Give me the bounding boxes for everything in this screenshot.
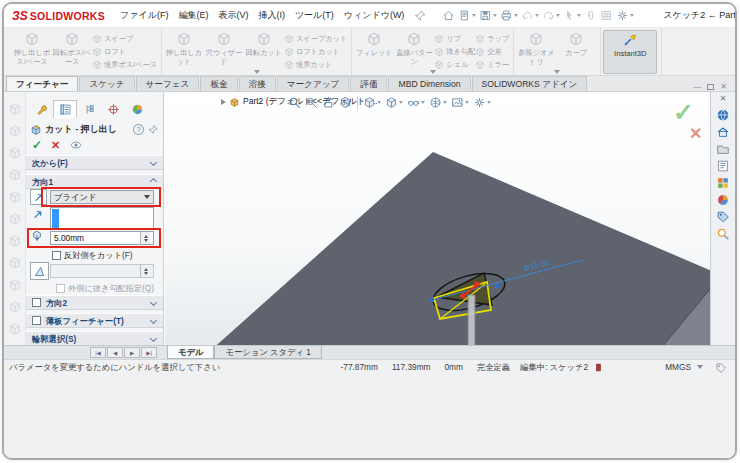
view-settings-icon[interactable] xyxy=(472,95,492,110)
tab-スケッチ[interactable]: スケッチ xyxy=(79,76,134,91)
ribbon-button-リブ[interactable]: リブ xyxy=(434,32,475,45)
help-icon[interactable]: ? xyxy=(133,124,144,135)
ribbon-button-スイープカット[interactable]: スイープカット xyxy=(284,32,347,45)
cancel-button[interactable]: ✕ xyxy=(51,139,60,152)
toolbar-icon[interactable] xyxy=(8,102,22,116)
ribbon-button-ロフトカット[interactable]: ロフトカット xyxy=(284,45,347,58)
tab-dimxpert-manager[interactable] xyxy=(101,100,125,118)
zoom-to-area-icon[interactable] xyxy=(304,95,319,110)
doc-minimize-icon[interactable]: — xyxy=(693,82,701,91)
depth-field[interactable]: 5.00mm xyxy=(50,231,154,245)
ribbon-button-押し出しカット[interactable]: 押し出しカット xyxy=(164,30,204,74)
menu-ウィンドウ(W)[interactable]: ウィンドウ(W) xyxy=(339,7,410,24)
tab-SOLIDWORKS アドイン[interactable]: SOLIDWORKS アドイン xyxy=(472,76,588,91)
options-grid-button[interactable] xyxy=(599,8,614,23)
ribbon-button-ラップ[interactable]: ラップ xyxy=(475,32,509,45)
section-view-icon[interactable] xyxy=(338,95,353,110)
doc-restore-icon[interactable] xyxy=(707,84,714,90)
menu-挿入(I)[interactable]: 挿入(I) xyxy=(253,7,290,24)
tab-display-manager[interactable] xyxy=(125,100,149,118)
chevron-down-icon[interactable] xyxy=(254,70,260,74)
ribbon-button-参照ジオメトリ[interactable]: 参照ジオメトリ xyxy=(516,30,556,74)
spinner-stepper[interactable] xyxy=(140,265,150,277)
close-icon[interactable]: ✕ xyxy=(720,94,727,103)
tab-property-manager[interactable] xyxy=(53,100,77,118)
section-direction2[interactable]: 方向2 xyxy=(26,295,163,310)
zoom-to-fit-icon[interactable] xyxy=(287,95,302,110)
toolbar-icon[interactable] xyxy=(8,190,22,204)
flip-side-checkbox[interactable]: 反対側をカット(F) xyxy=(52,250,133,261)
previous-view-icon[interactable] xyxy=(321,95,336,110)
tab-MBD Dimension[interactable]: MBD Dimension xyxy=(388,76,470,91)
toolbar-icon[interactable] xyxy=(8,322,22,336)
apply-scene-icon[interactable] xyxy=(450,95,470,110)
ribbon-button-直線パターン[interactable]: 直線パターン xyxy=(394,30,434,74)
save-button[interactable] xyxy=(478,8,498,23)
toolbar-icon[interactable] xyxy=(8,146,22,160)
toolbar-icon[interactable] xyxy=(8,278,22,292)
toolbar-icon[interactable] xyxy=(8,168,22,182)
toolbar-icon[interactable] xyxy=(8,234,22,248)
toolbar-icon[interactable] xyxy=(8,300,22,314)
chevron-down-icon[interactable] xyxy=(430,70,436,74)
solidworks-forum-icon[interactable] xyxy=(716,210,730,224)
file-explorer-icon[interactable] xyxy=(716,142,730,156)
select-button[interactable] xyxy=(562,8,582,23)
section-thin-feature[interactable]: 薄板フィーチャー(T) xyxy=(26,313,163,328)
preview-eye-icon[interactable] xyxy=(69,138,83,152)
menu-表示(V)[interactable]: 表示(V) xyxy=(213,7,253,24)
reverse-direction-button[interactable] xyxy=(30,189,47,205)
menu-ファイル(F)[interactable]: ファイル(F) xyxy=(115,7,173,24)
spinner-stepper[interactable] xyxy=(140,232,150,244)
toolbar-icon[interactable] xyxy=(8,256,22,270)
tab-フィーチャー[interactable]: フィーチャー xyxy=(6,76,78,91)
ribbon-button-回転ボス/ベース[interactable]: 回転ボス/ベース xyxy=(52,30,92,74)
view-palette-icon[interactable] xyxy=(716,159,730,173)
sheet-nav-button-0[interactable]: |◀ xyxy=(90,347,106,358)
section-direction1[interactable]: 方向1 xyxy=(26,174,163,189)
hide-show-items-icon[interactable] xyxy=(406,95,426,110)
ribbon-button-カーブ[interactable]: カーブ xyxy=(556,30,596,74)
ribbon-button-ロフト[interactable]: ロフト xyxy=(92,45,157,58)
unit-system[interactable]: MMGS xyxy=(665,362,691,372)
sheet-nav-button-3[interactable]: ▶| xyxy=(141,347,157,358)
ribbon-button-ミラー[interactable]: ミラー xyxy=(475,58,509,71)
ribbon-button-シェル[interactable]: シェル xyxy=(434,58,475,71)
ribbon-button-交差[interactable]: 交差 xyxy=(475,45,509,58)
tab-溶接[interactable]: 溶接 xyxy=(239,76,276,91)
draft-outward-checkbox[interactable]: 外側に抜き勾配指定(Q) xyxy=(56,283,154,294)
confirm-ok-icon[interactable]: ✓ xyxy=(673,98,694,127)
section-from[interactable]: 次から(F) xyxy=(26,155,163,170)
tab-マークアップ[interactable]: マークアップ xyxy=(277,76,350,91)
checkbox-icon[interactable] xyxy=(32,316,41,325)
pin-icon[interactable] xyxy=(413,9,427,23)
sheet-nav-button-2[interactable]: ▶ xyxy=(124,347,140,358)
tab-design-tree[interactable] xyxy=(29,100,53,118)
ribbon-button-抜き勾配[interactable]: 抜き勾配 xyxy=(434,45,475,58)
settings-button[interactable] xyxy=(615,8,635,23)
section-selected-contours[interactable]: 輪郭選択(S) xyxy=(26,331,163,346)
appearances-scenes-icon[interactable] xyxy=(716,176,730,190)
pushpin-icon[interactable] xyxy=(147,124,159,136)
menu-編集(E)[interactable]: 編集(E) xyxy=(173,7,213,24)
tab-板金[interactable]: 板金 xyxy=(200,76,237,91)
attach-button[interactable] xyxy=(583,8,598,23)
expand-triangle-icon[interactable] xyxy=(221,99,226,105)
tab-評価[interactable]: 評価 xyxy=(350,76,387,91)
solidworks-resources-icon[interactable] xyxy=(716,108,730,122)
view-orientation-icon[interactable] xyxy=(362,95,382,110)
edit-appearance-icon[interactable] xyxy=(428,95,448,110)
menu-ツール(T)[interactable]: ツール(T) xyxy=(290,7,339,24)
tab-モデル[interactable]: モデル xyxy=(167,346,214,359)
print-button[interactable] xyxy=(499,8,519,23)
chevron-down-icon[interactable] xyxy=(554,70,560,74)
chevron-down-icon[interactable] xyxy=(697,365,703,369)
tab-configuration-manager[interactable] xyxy=(77,100,101,118)
draft-button[interactable] xyxy=(30,262,49,280)
direction-reference-box[interactable] xyxy=(50,207,154,229)
custom-properties-icon[interactable] xyxy=(716,193,730,207)
redo-button[interactable] xyxy=(541,8,561,23)
tab-サーフェス[interactable]: サーフェス xyxy=(136,76,200,91)
confirm-cancel-icon[interactable]: ✕ xyxy=(689,124,702,143)
ribbon-button-境界ボス/ベース[interactable]: 境界ボス/ベース xyxy=(92,58,157,71)
